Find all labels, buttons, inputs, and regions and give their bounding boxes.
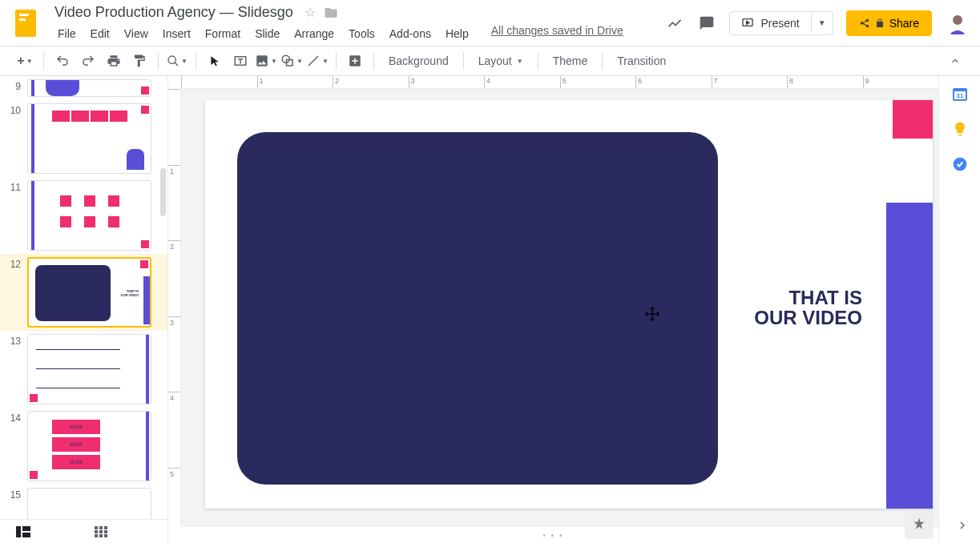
side-panel-toggle[interactable] — [956, 519, 969, 532]
thumbnail-row-11[interactable]: 11 — [0, 177, 167, 254]
slide-pink-square[interactable] — [893, 100, 933, 139]
line-tool[interactable]: ▼ — [305, 49, 329, 73]
present-button[interactable]: Present ▼ — [729, 11, 833, 35]
thumbnail-row-9[interactable]: 9 — [0, 76, 167, 100]
zoom-button[interactable]: ▼ — [165, 49, 189, 73]
svg-text:31: 31 — [956, 92, 963, 99]
menu-slide[interactable]: Slide — [248, 24, 286, 43]
header-actions: Present ▼ Share — [665, 10, 970, 36]
menubar: File Edit View Insert Format Slide Arran… — [51, 24, 665, 43]
grid-view-icon[interactable] — [95, 526, 109, 537]
explore-button[interactable] — [905, 510, 934, 539]
new-slide-button[interactable]: +▼ — [13, 49, 37, 73]
menu-format[interactable]: Format — [199, 24, 247, 43]
svg-rect-19 — [95, 534, 98, 537]
paint-format-button[interactable] — [127, 49, 151, 73]
ruler-horizontal: 1 2 3 4 5 6 7 8 9 — [181, 76, 938, 89]
present-dropdown[interactable]: ▼ — [811, 14, 833, 32]
svg-marker-1 — [747, 21, 749, 24]
redo-button[interactable] — [76, 49, 100, 73]
grip-icon: • • • — [542, 531, 563, 540]
user-avatar[interactable] — [945, 10, 970, 36]
calendar-icon[interactable]: 31 — [952, 86, 968, 102]
slide-purple-bar[interactable] — [886, 203, 933, 509]
header: Video Production Agency — Slidesgo ☆ Fil… — [0, 0, 980, 46]
svg-point-3 — [953, 15, 962, 25]
thumbnail-row-14[interactable]: 14 50,000 80,000 20,000 — [0, 408, 167, 485]
menu-addons[interactable]: Add-ons — [383, 24, 438, 43]
thumbnail-row-12[interactable]: 12 THAT ISOUR VIDEO — [0, 254, 167, 331]
svg-rect-21 — [104, 534, 107, 537]
menu-view[interactable]: View — [118, 24, 155, 43]
thumbnail-panel: 9 10 11 — [0, 76, 168, 543]
thumbnail-14[interactable]: 50,000 80,000 20,000 — [27, 411, 151, 481]
menu-insert[interactable]: Insert — [156, 24, 197, 43]
share-label: Share — [889, 17, 919, 30]
svg-rect-10 — [16, 526, 21, 537]
collapse-toolbar-button[interactable] — [943, 49, 967, 73]
bottom-resize-strip[interactable]: • • • — [168, 527, 938, 543]
svg-rect-15 — [104, 526, 107, 529]
main: 9 10 11 — [0, 76, 980, 543]
keep-icon[interactable] — [952, 121, 968, 137]
svg-rect-16 — [95, 530, 98, 533]
slides-logo[interactable] — [10, 7, 42, 39]
menu-edit[interactable]: Edit — [84, 24, 116, 43]
folder-icon[interactable] — [324, 6, 338, 20]
thumbnail-scrollbar[interactable] — [160, 168, 166, 216]
svg-rect-11 — [22, 526, 30, 531]
slide-title[interactable]: THAT IS OUR VIDEO — [754, 288, 862, 328]
move-cursor-icon — [644, 306, 660, 322]
menu-arrange[interactable]: Arrange — [288, 24, 341, 43]
present-label: Present — [760, 17, 799, 30]
filmstrip-view-icon[interactable] — [16, 526, 30, 537]
svg-rect-13 — [95, 526, 98, 529]
add-comment-button[interactable] — [343, 49, 367, 73]
menu-file[interactable]: File — [51, 24, 83, 43]
document-title[interactable]: Video Production Agency — Slidesgo — [51, 2, 296, 22]
transition-button[interactable]: Transition — [609, 50, 674, 72]
thumbnail-9[interactable] — [27, 79, 151, 97]
canvas[interactable]: THAT IS OUR VIDEO — [181, 89, 938, 529]
thumbnail-row-10[interactable]: 10 — [0, 100, 167, 177]
undo-button[interactable] — [50, 49, 75, 73]
title-area: Video Production Agency — Slidesgo ☆ Fil… — [51, 2, 665, 43]
side-panel: 31 — [938, 76, 980, 543]
shape-tool[interactable]: ▼ — [280, 49, 304, 73]
svg-rect-18 — [104, 530, 107, 533]
tasks-icon[interactable] — [952, 156, 968, 172]
select-tool[interactable] — [203, 49, 227, 73]
svg-rect-14 — [99, 526, 103, 529]
menu-tools[interactable]: Tools — [342, 24, 381, 43]
svg-rect-20 — [99, 534, 103, 537]
background-button[interactable]: Background — [381, 50, 457, 72]
thumbnail-13[interactable] — [27, 334, 151, 404]
slide[interactable]: THAT IS OUR VIDEO — [205, 100, 933, 509]
thumbnail-footer — [0, 519, 168, 543]
layout-button[interactable]: Layout▼ — [470, 50, 531, 72]
save-status[interactable]: All changes saved in Drive — [491, 24, 623, 43]
share-button[interactable]: Share — [846, 10, 932, 36]
theme-button[interactable]: Theme — [545, 50, 596, 72]
thumbnail-row-13[interactable]: 13 — [0, 331, 167, 408]
toolbar: +▼ ▼ ▼ ▼ ▼ Background Layout▼ Theme Tran… — [0, 46, 980, 76]
comments-icon[interactable] — [697, 14, 716, 33]
svg-line-9 — [309, 56, 318, 66]
print-button[interactable] — [102, 49, 126, 73]
svg-rect-17 — [99, 530, 103, 533]
star-icon[interactable]: ☆ — [304, 5, 316, 20]
svg-rect-12 — [22, 533, 30, 537]
thumbnail-12[interactable]: THAT ISOUR VIDEO — [27, 257, 151, 328]
canvas-area: 1 2 3 4 5 6 7 8 9 1 2 3 4 5 THAT IS — [168, 76, 938, 543]
image-tool[interactable]: ▼ — [254, 49, 278, 73]
thumbnail-11[interactable] — [27, 180, 151, 251]
svg-line-5 — [175, 62, 178, 66]
textbox-tool[interactable] — [228, 49, 252, 73]
thumbnail-10[interactable] — [27, 103, 151, 174]
svg-point-4 — [168, 56, 175, 63]
menu-help[interactable]: Help — [439, 24, 475, 43]
ruler-vertical: 1 2 3 4 5 — [168, 89, 181, 543]
activity-icon[interactable] — [665, 14, 684, 33]
